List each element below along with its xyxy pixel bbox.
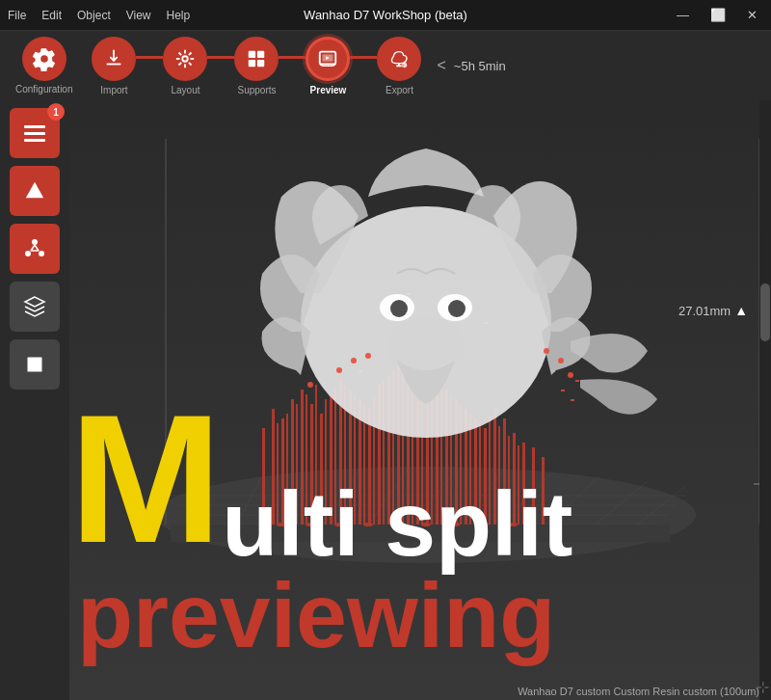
svg-rect-75 (513, 433, 516, 525)
supports-label: Supports (237, 85, 276, 95)
svg-rect-77 (532, 447, 535, 525)
svg-rect-14 (257, 59, 264, 66)
svg-point-130 (307, 382, 313, 388)
svg-rect-79 (277, 423, 279, 525)
svg-rect-72 (484, 428, 487, 525)
svg-point-131 (558, 358, 564, 363)
layout-label: Layout (171, 85, 199, 95)
svg-rect-102 (498, 426, 500, 525)
main-area: 1 (0, 100, 771, 700)
svg-rect-51 (281, 418, 284, 525)
step-supports[interactable]: Supports (234, 37, 279, 95)
dimension-arrow-icon: ▲ (734, 303, 748, 318)
svg-rect-54 (310, 404, 313, 525)
dimension-label: 27.01mm ▲ (678, 303, 748, 318)
svg-point-129 (365, 353, 371, 359)
config-area: Configuration (15, 37, 72, 94)
svg-point-122 (387, 317, 465, 375)
import-label: Import (100, 85, 127, 95)
3d-viewport[interactable]: 27.01mm ▲ M ulti split previewing Wanhao… (69, 100, 771, 700)
configuration-button[interactable] (22, 37, 66, 81)
sidebar-button-list[interactable]: 1 (10, 108, 60, 158)
sidebar-button-layers[interactable] (10, 282, 60, 332)
svg-point-23 (32, 239, 38, 245)
menu-bar: File Edit Object View Help (8, 9, 190, 22)
svg-rect-56 (330, 394, 332, 525)
svg-rect-21 (24, 139, 45, 142)
window-controls: — ⬜ ✕ (671, 6, 763, 24)
maximize-button[interactable]: ⬜ (705, 6, 731, 24)
svg-point-25 (39, 251, 44, 256)
svg-rect-82 (306, 394, 307, 525)
menu-edit[interactable]: Edit (41, 9, 62, 22)
svg-rect-74 (503, 418, 506, 525)
status-text: Wanhao D7 custom Custom Resin custom (10… (518, 686, 759, 697)
supports-circle[interactable] (234, 37, 279, 81)
svg-rect-12 (257, 50, 264, 57)
svg-rect-52 (291, 399, 294, 525)
workflow: Import Layout (92, 37, 756, 95)
svg-line-9 (189, 52, 192, 55)
svg-rect-29 (28, 358, 42, 372)
svg-rect-49 (262, 428, 265, 525)
step-import[interactable]: Import (92, 37, 136, 95)
svg-point-110 (421, 523, 431, 526)
dimension-value: 27.01mm (678, 304, 731, 318)
svg-rect-53 (301, 390, 304, 525)
svg-point-126 (448, 300, 465, 317)
menu-file[interactable]: File (8, 9, 26, 22)
svg-rect-73 (493, 409, 496, 525)
step-layout[interactable]: Layout (163, 37, 207, 95)
preview-circle[interactable] (306, 37, 350, 81)
svg-line-7 (179, 52, 182, 55)
corner-icon: ⊹ (757, 678, 769, 696)
svg-point-106 (306, 523, 315, 526)
sidebar-button-supports[interactable] (10, 224, 60, 274)
svg-point-111 (450, 523, 460, 526)
svg-rect-78 (542, 457, 545, 525)
export-circle[interactable]: ! (377, 37, 421, 81)
svg-rect-84 (325, 399, 327, 525)
svg-point-105 (277, 523, 286, 526)
svg-marker-22 (26, 182, 43, 199)
svg-point-109 (392, 523, 402, 526)
svg-point-113 (508, 523, 518, 526)
close-button[interactable]: ✕ (741, 6, 763, 24)
svg-rect-76 (522, 443, 525, 525)
svg-rect-60 (368, 409, 371, 525)
layout-circle[interactable] (163, 37, 207, 81)
sidebar-button-transform[interactable] (10, 166, 60, 216)
app-title: Wanhao D7 WorkShop (beta) (304, 8, 467, 22)
scroll-thumb[interactable] (760, 283, 770, 341)
svg-rect-120 (575, 380, 579, 382)
svg-line-26 (31, 245, 35, 251)
menu-view[interactable]: View (126, 9, 151, 22)
sidebar-button-square[interactable] (10, 339, 60, 390)
step-export[interactable]: ! Export (377, 37, 421, 95)
svg-point-112 (479, 523, 489, 526)
menu-help[interactable]: Help (167, 9, 191, 22)
svg-point-133 (568, 372, 573, 378)
right-scrollbar[interactable] (759, 100, 771, 700)
svg-rect-119 (571, 399, 574, 401)
minimize-button[interactable]: — (671, 6, 695, 24)
import-circle[interactable] (92, 37, 136, 81)
sidebar: 1 (0, 100, 69, 700)
menu-object[interactable]: Object (77, 9, 111, 22)
connector-1 (136, 56, 163, 59)
connector-3 (279, 56, 306, 59)
svg-point-125 (390, 300, 408, 317)
svg-point-2 (183, 56, 189, 62)
svg-rect-83 (315, 385, 317, 525)
svg-rect-118 (561, 390, 565, 391)
step-preview[interactable]: Preview (306, 37, 350, 95)
svg-rect-80 (286, 414, 288, 525)
svg-point-127 (336, 367, 342, 373)
svg-rect-13 (249, 59, 255, 66)
svg-point-24 (25, 251, 31, 256)
svg-rect-71 (474, 418, 477, 525)
svg-rect-48 (171, 525, 670, 542)
svg-rect-85 (334, 390, 336, 525)
svg-line-8 (189, 62, 192, 65)
status-bar: Wanhao D7 custom Custom Resin custom (10… (518, 683, 759, 700)
